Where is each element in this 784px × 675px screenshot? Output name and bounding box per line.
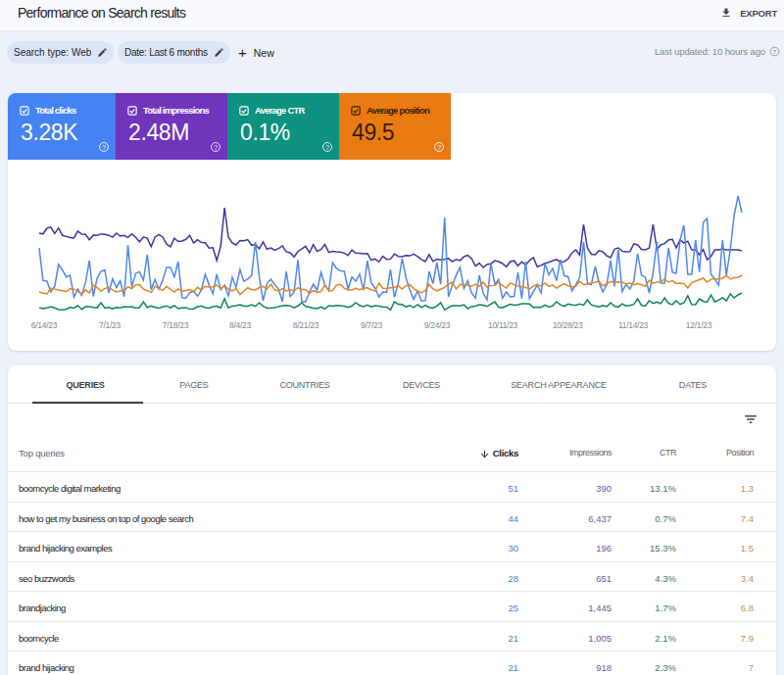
svg-text:?: ? — [773, 49, 777, 55]
